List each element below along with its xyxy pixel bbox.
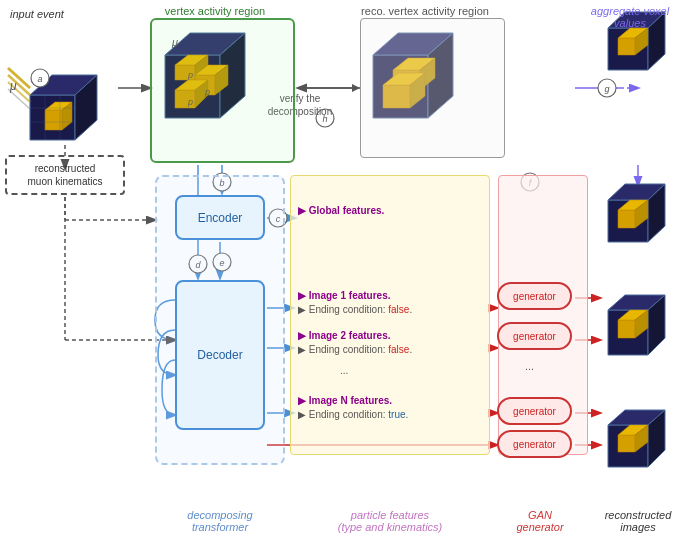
image1-features-text: ▶ Image 1 features. [298,290,390,301]
svg-point-104 [316,109,334,127]
generator-box-N: generator [497,397,572,425]
reconstructed-images-label: reconstructedimages [598,509,678,533]
image2-features-text: ▶ Image 2 features. [298,330,390,341]
gan-generator-label: GANgenerator [495,509,585,533]
svg-line-39 [8,89,30,109]
svg-marker-71 [618,38,635,55]
image2-ending-text: ▶ Ending condition: false. [298,344,412,355]
svg-point-41 [31,69,49,87]
svg-text:g: g [604,84,609,94]
svg-marker-85 [635,310,648,338]
svg-marker-79 [635,200,648,228]
encoder-box: Encoder [175,195,265,240]
reco-vertex-box [360,18,505,158]
svg-marker-110 [352,84,360,92]
generator-ellipsis: ... [525,360,534,372]
svg-marker-25 [30,95,75,140]
muon-kinematics-label: reconstructedmuon kinematics [27,162,102,188]
svg-marker-75 [608,184,665,200]
generator-label-1: generator [513,291,556,302]
imageN-true: true [388,409,405,420]
svg-marker-86 [608,425,648,467]
vertex-activity-label: vertex activity region [155,5,275,17]
aggregate-voxel-label: aggregate voxel values [580,5,680,29]
generator-box-extra: generator [497,430,572,458]
generator-box-2: generator [497,322,572,350]
decomposing-transformer-label: decomposingtransformer [155,509,285,533]
image1-ending-text: ▶ Ending condition: false. [298,304,412,315]
muon-kinematics-box: reconstructedmuon kinematics [5,155,125,195]
svg-marker-91 [635,425,648,452]
image2-false: false [388,344,409,355]
imageN-ending-text: ▶ Ending condition: true. [298,409,408,420]
svg-marker-87 [608,410,665,425]
svg-point-102 [598,79,616,97]
svg-marker-72 [618,28,648,38]
svg-marker-84 [618,310,648,320]
svg-marker-68 [608,28,648,70]
svg-marker-109 [298,84,306,92]
decoder-label: Decoder [197,348,242,362]
decoder-box: Decoder [175,280,265,430]
svg-marker-81 [608,295,665,310]
global-features-text: ▶ Global features. [298,205,384,216]
svg-line-38 [8,82,30,102]
input-event-label: input event [10,8,64,20]
image1-false: false [388,304,409,315]
svg-marker-77 [618,210,635,228]
svg-marker-76 [648,184,665,242]
generator-label-extra: generator [513,439,556,450]
svg-marker-83 [618,320,635,338]
svg-marker-73 [635,28,648,55]
vertex-activity-box [150,18,295,163]
svg-text:a: a [37,74,42,84]
svg-marker-88 [648,410,665,467]
svg-marker-78 [618,200,648,210]
generator-label-2: generator [513,331,556,342]
svg-marker-90 [618,425,648,435]
svg-marker-29 [45,102,72,110]
svg-marker-28 [45,110,62,130]
encoder-label: Encoder [198,211,243,225]
reco-vertex-label: reco. vertex activity region [360,5,490,17]
generator-box-1: generator [497,282,572,310]
svg-line-36 [8,68,30,88]
svg-line-37 [8,75,30,95]
svg-marker-74 [608,200,648,242]
svg-marker-30 [62,102,72,130]
svg-marker-89 [618,435,635,452]
svg-text:h: h [322,114,327,124]
svg-marker-27 [75,75,97,140]
generator-label-N: generator [513,406,556,417]
svg-marker-26 [30,75,97,95]
svg-marker-80 [608,310,648,355]
svg-text:μ: μ [9,79,17,93]
diagram-container: μ a μ p p p [0,0,685,541]
particle-features-label: particle features(type and kinematics) [290,509,490,533]
ellipsis-text: ... [340,365,348,376]
imageN-features-text: ▶ Image N features. [298,395,392,406]
svg-marker-82 [648,295,665,355]
